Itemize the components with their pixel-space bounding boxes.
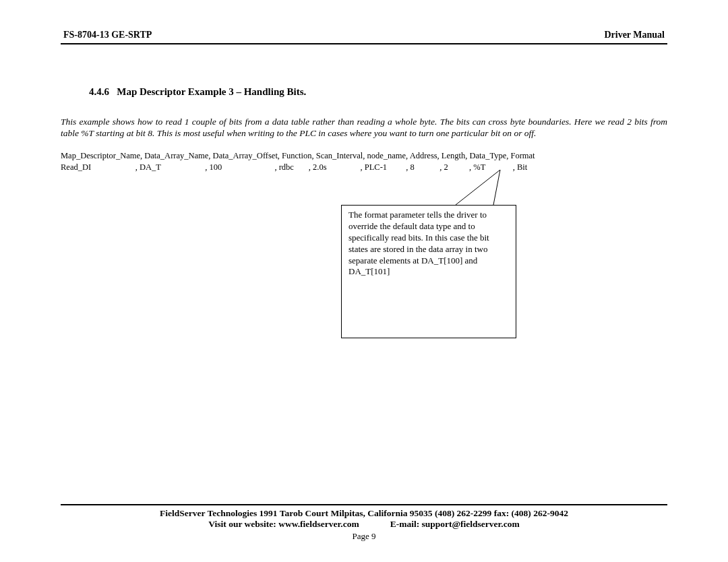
callout: The format parameter tells the driver to… [341,170,516,338]
svg-line-0 [456,170,500,205]
footer-address: FieldServer Technologies 1991 Tarob Cour… [61,508,667,519]
section-title: 4.4.6 Map Descriptor Example 3 – Handlin… [89,86,667,98]
header-rule [61,43,667,44]
config-headers: Map_Descriptor_Name, Data_Array_Name, Da… [61,151,535,160]
callout-leader-line [341,170,516,210]
page-footer: FieldServer Technologies 1991 Tarob Cour… [61,503,667,542]
footer-rule [61,504,667,505]
page: FS-8704-13 GE-SRTP Driver Manual 4.4.6 M… [0,0,728,562]
page-number: Page 9 [61,531,667,542]
section-number: 4.4.6 [89,86,109,97]
section-heading: Map Descriptor Example 3 – Handling Bits… [117,86,306,97]
svg-line-1 [493,170,500,205]
header-right: Driver Manual [604,30,665,40]
callout-text: The format parameter tells the driver to… [348,210,489,276]
footer-website: Visit our website: www.fieldserver.com [208,519,359,529]
header-left: FS-8704-13 GE-SRTP [63,30,152,40]
footer-contact: Visit our website: www.fieldserver.comE-… [61,519,667,530]
intro-paragraph: This example shows how to read 1 couple … [61,117,667,139]
page-header: FS-8704-13 GE-SRTP Driver Manual [61,30,667,42]
callout-box: The format parameter tells the driver to… [341,205,516,338]
footer-email: E-mail: support@fieldserver.com [390,519,520,529]
